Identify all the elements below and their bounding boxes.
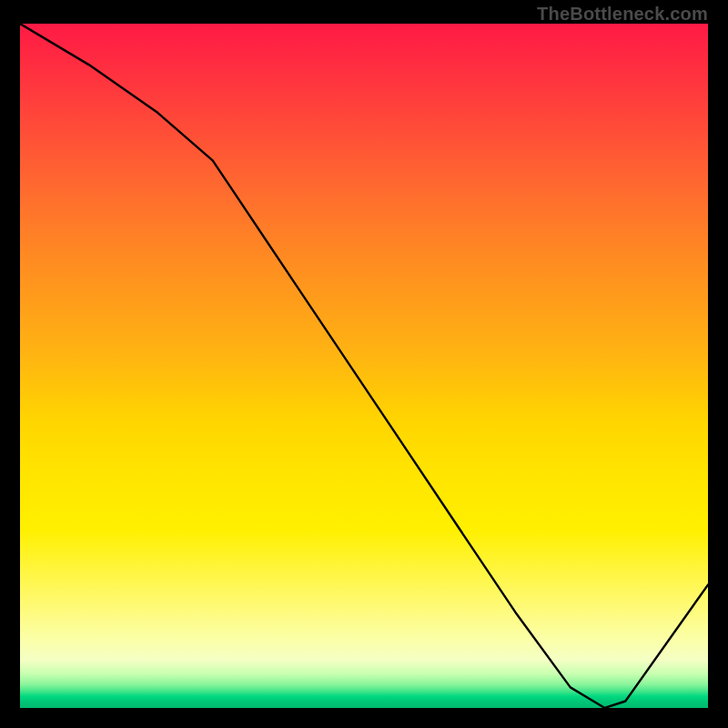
watermark-text: TheBottleneck.com: [537, 4, 708, 25]
curve-svg: [20, 24, 708, 708]
bottleneck-curve-path: [20, 24, 708, 708]
chart-area: [20, 24, 708, 708]
